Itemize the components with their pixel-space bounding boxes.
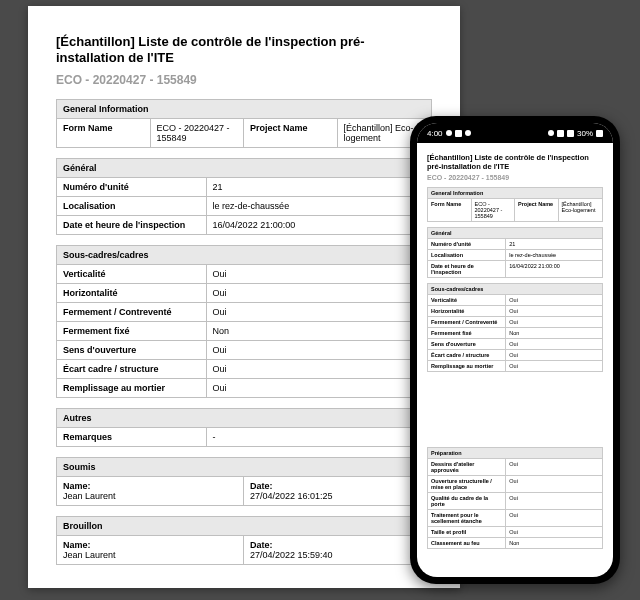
row-label: Classement au feu <box>428 538 506 548</box>
row-value: Oui <box>506 476 602 492</box>
row-label: Dessins d'atelier approuvés <box>428 459 506 475</box>
row-value: Oui <box>506 317 602 327</box>
phone-content[interactable]: [Échantillon] Liste de contrôle de l'ins… <box>417 143 613 577</box>
info-row: Form Name ECO - 20220427 - 155849 Projec… <box>427 199 603 222</box>
phone-page-title: [Échantillon] Liste de contrôle de l'ins… <box>427 153 603 171</box>
row-value: Non <box>506 328 602 338</box>
phone-notch <box>485 123 545 137</box>
project-name-label: Project Name <box>515 199 559 221</box>
section-header: Sous-cadres/cadres <box>56 245 432 265</box>
row-value: Oui <box>506 361 602 371</box>
row-value: 21 <box>207 178 431 196</box>
row-label: Verticalité <box>57 265 207 283</box>
row-value: Oui <box>207 379 431 397</box>
row-value: le rez-de-chaussée <box>207 197 431 215</box>
table-row: Qualité du cadre de la porteOui <box>427 493 603 510</box>
form-name-value: ECO - 20220427 - 155849 <box>472 199 516 221</box>
name-value: Jean Laurent <box>63 550 237 560</box>
table-row: Name: Jean Laurent Date: 27/04/2022 16:0… <box>56 477 432 506</box>
phone-frame: 4:00 30% [Échantillon] Liste de contrôle… <box>410 116 620 584</box>
section-sous-cadres: Sous-cadres/cadres VerticalitéOui Horizo… <box>56 245 432 398</box>
date-label: Date: <box>250 540 425 550</box>
table-row: Date et heure de l'inspection16/04/2022 … <box>427 261 603 278</box>
date-label: Date: <box>250 481 425 491</box>
table-row: Sens d'ouvertureOui <box>427 339 603 350</box>
wifi-icon <box>557 130 564 137</box>
row-label: Traitement pour le scellement étanche <box>428 510 506 526</box>
form-name-label: Form Name <box>57 119 151 147</box>
section-general: Général Numéro d'unité21 Localisationle … <box>56 158 432 235</box>
row-value: 16/04/2022 21:00:00 <box>506 261 602 277</box>
battery-icon <box>596 130 603 137</box>
date-value: 27/04/2022 16:01:25 <box>250 491 425 501</box>
p-section-general-info: General Information Form Name ECO - 2022… <box>427 187 603 222</box>
row-label: Qualité du cadre de la porte <box>428 493 506 509</box>
row-value: Oui <box>506 339 602 349</box>
section-header: General Information <box>56 99 432 119</box>
project-name-label: Project Name <box>244 119 338 147</box>
table-row: Fermement / ContreventéOui <box>56 303 432 322</box>
row-label: Sens d'ouverture <box>428 339 506 349</box>
row-value: - <box>207 428 431 446</box>
p-section-preparation: Préparation Dessins d'atelier approuvésO… <box>427 447 603 549</box>
table-row: Date et heure de l'inspection16/04/2022 … <box>56 216 432 235</box>
row-label: Numéro d'unité <box>57 178 207 196</box>
page-subtitle: ECO - 20220427 - 155849 <box>56 73 432 87</box>
row-label: Remplissage au mortier <box>428 361 506 371</box>
section-header: Préparation <box>427 447 603 459</box>
form-name-value: ECO - 20220427 - 155849 <box>151 119 245 147</box>
row-value: Oui <box>506 459 602 475</box>
row-value: Non <box>207 322 431 340</box>
p-section-sous-cadres: Sous-cadres/cadres VerticalitéOui Horizo… <box>427 283 603 372</box>
section-general-information: General Information Form Name ECO - 2022… <box>56 99 432 148</box>
table-row: Remarques- <box>56 428 432 447</box>
section-header: Sous-cadres/cadres <box>427 283 603 295</box>
row-value: Oui <box>207 303 431 321</box>
name-label: Name: <box>63 481 237 491</box>
section-header: Autres <box>56 408 432 428</box>
row-label: Ouverture structurelle / mise en place <box>428 476 506 492</box>
table-row: Numéro d'unité21 <box>56 178 432 197</box>
section-header: Général <box>56 158 432 178</box>
row-value: 16/04/2022 21:00:00 <box>207 216 431 234</box>
project-name-value: [Échantillon] Eco-logement <box>559 199 603 221</box>
row-label: Remplissage au mortier <box>57 379 207 397</box>
brouillon-date: Date: 27/04/2022 15:59:40 <box>244 536 431 564</box>
battery-text: 30% <box>577 129 593 138</box>
soumis-date: Date: 27/04/2022 16:01:25 <box>244 477 431 505</box>
p-section-general: Général Numéro d'unité21 Localisationle … <box>427 227 603 278</box>
row-label: Fermement / Contreventé <box>428 317 506 327</box>
table-row: Classement au feuNon <box>427 538 603 549</box>
table-row: Écart cadre / structureOui <box>427 350 603 361</box>
table-row: Sens d'ouvertureOui <box>56 341 432 360</box>
status-app-icon <box>455 130 462 137</box>
scroll-gap <box>427 377 603 447</box>
section-header: Général <box>427 227 603 239</box>
status-dot-icon <box>446 130 452 136</box>
row-label: Sens d'ouverture <box>57 341 207 359</box>
table-row: Remplissage au mortierOui <box>56 379 432 398</box>
table-row: Name: Jean Laurent Date: 27/04/2022 15:5… <box>56 536 432 565</box>
row-label: Date et heure de l'inspection <box>57 216 207 234</box>
table-row: Localisationle rez-de-chaussée <box>427 250 603 261</box>
table-row: Dessins d'atelier approuvésOui <box>427 459 603 476</box>
table-row: Taille et profilOui <box>427 527 603 538</box>
row-label: Date et heure de l'inspection <box>428 261 506 277</box>
row-value: Oui <box>506 493 602 509</box>
row-label: Numéro d'unité <box>428 239 506 249</box>
row-label: Écart cadre / structure <box>428 350 506 360</box>
section-header: General Information <box>427 187 603 199</box>
table-row: Ouverture structurelle / mise en placeOu… <box>427 476 603 493</box>
table-row: Fermement fixéNon <box>56 322 432 341</box>
row-value: Oui <box>207 341 431 359</box>
row-label: Fermement fixé <box>428 328 506 338</box>
table-row: Traitement pour le scellement étancheOui <box>427 510 603 527</box>
row-label: Fermement fixé <box>57 322 207 340</box>
name-label: Name: <box>63 540 237 550</box>
form-name-label: Form Name <box>428 199 472 221</box>
table-row: VerticalitéOui <box>427 295 603 306</box>
table-row: HorizontalitéOui <box>427 306 603 317</box>
section-header: Soumis <box>56 457 432 477</box>
row-value: Non <box>506 538 602 548</box>
row-value: Oui <box>207 284 431 302</box>
